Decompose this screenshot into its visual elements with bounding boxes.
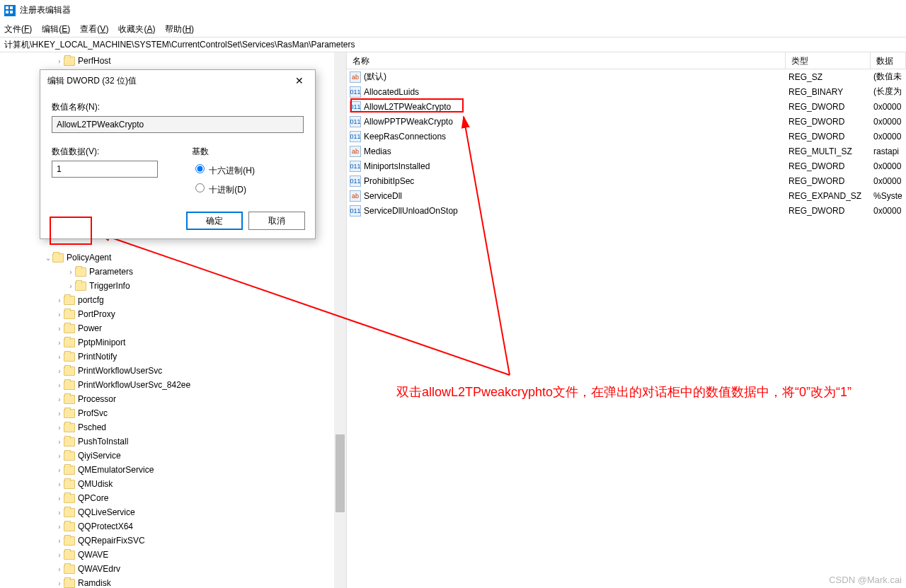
value-data-field[interactable]	[52, 161, 158, 178]
tree-item[interactable]: › PerfHost	[0, 54, 346, 68]
tree-item[interactable]: ›Parameters	[0, 265, 346, 279]
tree-item[interactable]: ›Processor	[0, 392, 346, 406]
value-name: AllowPPTPWeakCrypto	[364, 117, 453, 127]
chevron-right-icon[interactable]: ›	[55, 509, 64, 517]
tree-item[interactable]: ›PushToInstall	[0, 434, 346, 449]
chevron-right-icon[interactable]: ›	[55, 410, 64, 417]
folder-icon	[64, 550, 75, 560]
tree-item[interactable]: ›QWAVE	[0, 548, 346, 562]
chevron-right-icon[interactable]: ›	[55, 495, 64, 502]
chevron-right-icon[interactable]: ›	[67, 282, 75, 290]
table-row[interactable]: 011 MiniportsInstalled REG_DWORD 0x0000	[347, 158, 906, 173]
table-row[interactable]: 011 AllocatedLuids REG_BINARY (长度为	[347, 84, 906, 99]
chevron-right-icon[interactable]: ›	[55, 580, 64, 587]
tree-item[interactable]: ›Ramdisk	[0, 576, 346, 588]
tree-label: QQLiveService	[78, 507, 135, 517]
col-name[interactable]: 名称	[347, 52, 786, 69]
table-row[interactable]: 011 ProhibitIpSec REG_DWORD 0x0000	[347, 173, 906, 188]
tree-item[interactable]: ›QMUdisk	[0, 477, 346, 491]
menu-file[interactable]: 文件(F)	[4, 23, 32, 35]
dialog-title-text: 编辑 DWORD (32 位)值	[47, 75, 137, 87]
table-row[interactable]: 011 ServiceDllUnloadOnStop REG_DWORD 0x0…	[347, 203, 906, 218]
tree-item[interactable]: ›QPCore	[0, 491, 346, 505]
table-row[interactable]: 011 AllowL2TPWeakCrypto REG_DWORD 0x0000	[347, 99, 906, 114]
tree-item[interactable]: ›PrintNotify	[0, 350, 346, 364]
table-row[interactable]: 011 KeepRasConnections REG_DWORD 0x0000	[347, 129, 906, 144]
chevron-right-icon[interactable]: ›	[55, 296, 64, 304]
chevron-right-icon[interactable]: ›	[55, 57, 64, 65]
tree-item[interactable]: ›QMEmulatorService	[0, 463, 346, 477]
menu-edit[interactable]: 编辑(E)	[42, 23, 70, 35]
ok-button[interactable]: 确定	[186, 212, 243, 230]
dialog-titlebar[interactable]: 编辑 DWORD (32 位)值 ✕	[40, 70, 315, 91]
table-row[interactable]: ab Medias REG_MULTI_SZ rastapi	[347, 144, 906, 158]
radix-hex[interactable]: 十六进制(H)	[192, 162, 304, 177]
tree-item[interactable]: ›QQRepairFixSVC	[0, 534, 346, 548]
tree-item[interactable]: ⌄PolicyAgent	[0, 250, 346, 265]
tree-item[interactable]: ›PortProxy	[0, 307, 346, 321]
tree-item[interactable]: ›Power	[0, 321, 346, 335]
chevron-right-icon[interactable]: ›	[55, 381, 64, 389]
chevron-right-icon[interactable]: ›	[55, 311, 64, 318]
value-data: 0x0000	[873, 102, 906, 112]
tree-label: Psched	[78, 422, 106, 432]
tree-item[interactable]: ›Psched	[0, 420, 346, 434]
tree-label: PrintNotify	[78, 352, 117, 362]
tree-item[interactable]: ›ProfSvc	[0, 406, 346, 420]
table-row[interactable]: ab ServiceDll REG_EXPAND_SZ %Syste	[347, 188, 906, 203]
close-icon[interactable]: ✕	[285, 71, 314, 91]
chevron-right-icon[interactable]: ›	[55, 339, 64, 347]
tree-item[interactable]: ›QiyiService	[0, 449, 346, 463]
folder-icon	[64, 57, 75, 66]
col-data[interactable]: 数据	[871, 52, 906, 69]
chevron-right-icon[interactable]: ›	[55, 452, 64, 460]
value-data: (长度为	[873, 86, 906, 98]
tree-item[interactable]: ›PrintWorkflowUserSvc_842ee	[0, 378, 346, 392]
chevron-right-icon[interactable]: ›	[55, 424, 64, 432]
chevron-right-icon[interactable]: ›	[55, 551, 64, 559]
value-type: REG_SZ	[789, 72, 873, 82]
chevron-right-icon[interactable]: ›	[55, 396, 64, 403]
chevron-right-icon[interactable]: ›	[55, 537, 64, 545]
address-bar[interactable]: 计算机\HKEY_LOCAL_MACHINE\SYSTEM\CurrentCon…	[0, 37, 906, 52]
value-type: REG_DWORD	[789, 132, 873, 142]
chevron-down-icon[interactable]: ⌄	[44, 254, 52, 262]
tree-scrollbar[interactable]	[334, 52, 346, 588]
menu-view[interactable]: 查看(V)	[80, 23, 108, 35]
table-row[interactable]: ab (默认) REG_SZ (数值未	[347, 69, 906, 84]
tree-item[interactable]: ›PrintWorkflowUserSvc	[0, 364, 346, 378]
registry-value-icon: 011	[350, 161, 361, 172]
col-type[interactable]: 类型	[786, 52, 871, 69]
tree-item[interactable]: ›TriggerInfo	[0, 279, 346, 293]
folder-icon	[64, 522, 75, 531]
cancel-button[interactable]: 取消	[248, 212, 305, 230]
tree-label: PortProxy	[78, 309, 115, 319]
table-row[interactable]: 011 AllowPPTPWeakCrypto REG_DWORD 0x0000	[347, 114, 906, 129]
chevron-right-icon[interactable]: ›	[55, 367, 64, 375]
chevron-right-icon[interactable]: ›	[55, 438, 64, 446]
tree-label: QWAVEdrv	[78, 564, 120, 574]
scrollbar-thumb[interactable]	[336, 434, 345, 512]
tree-item[interactable]: ›QQProtectX64	[0, 519, 346, 534]
tree-item[interactable]: ›QWAVEdrv	[0, 562, 346, 576]
chevron-right-icon[interactable]: ›	[55, 353, 64, 361]
menu-favorites[interactable]: 收藏夹(A)	[118, 23, 155, 35]
value-data: 0x0000	[873, 161, 906, 171]
value-name: ServiceDll	[364, 191, 402, 201]
chevron-right-icon[interactable]: ›	[55, 325, 64, 333]
tree-item[interactable]: ›portcfg	[0, 293, 346, 307]
chevron-right-icon[interactable]: ›	[55, 523, 64, 531]
registry-value-icon: ab	[350, 190, 361, 202]
radix-dec[interactable]: 十进制(D)	[192, 181, 304, 196]
menu-help[interactable]: 帮助(H)	[165, 23, 194, 35]
chevron-right-icon[interactable]: ›	[55, 466, 64, 474]
chevron-right-icon[interactable]: ›	[55, 480, 64, 488]
tree-item[interactable]: ›QQLiveService	[0, 505, 346, 519]
tree-label: QQProtectX64	[78, 521, 133, 531]
tree-label: ProfSvc	[78, 408, 108, 418]
chevron-right-icon[interactable]: ›	[67, 268, 75, 276]
tree-item[interactable]: ›PptpMiniport	[0, 335, 346, 350]
value-name-field[interactable]	[52, 116, 304, 133]
folder-icon	[75, 282, 86, 291]
chevron-right-icon[interactable]: ›	[55, 565, 64, 573]
